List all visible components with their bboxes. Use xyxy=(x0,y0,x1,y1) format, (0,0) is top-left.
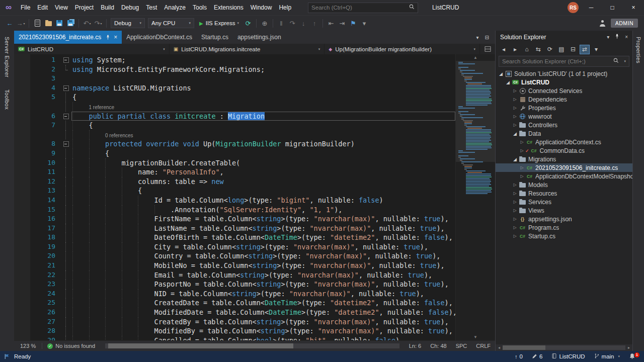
tree-item-controllers[interactable]: ▷Controllers xyxy=(496,121,632,129)
column-indicator[interactable]: Ch: 48 xyxy=(426,343,451,349)
codelens-references[interactable]: 0 references xyxy=(105,133,133,138)
collapse-all-icon[interactable]: ⊟ xyxy=(568,45,578,54)
code-editor[interactable]: 1using System;2using Microsoft.EntityFra… xyxy=(14,54,455,340)
tab-20210523091506-initcreate-cs[interactable]: 20210523091506_initcreate.cs× xyxy=(14,31,122,44)
menu-file[interactable]: File xyxy=(17,4,34,11)
tab-options-icon[interactable]: ⊟ xyxy=(485,35,489,40)
expand-icon[interactable]: ▷ xyxy=(512,88,518,93)
insert-mode-indicator[interactable]: SPC xyxy=(451,343,472,349)
expand-icon[interactable]: ▷ xyxy=(512,106,518,110)
tab-appsettings-json[interactable]: appsettings.json xyxy=(233,31,286,44)
codelens-row[interactable]: 1 reference xyxy=(14,102,455,112)
expand-icon[interactable]: ▷ xyxy=(512,114,518,119)
git-pending-edits-button[interactable]: 6 xyxy=(527,353,547,360)
expand-icon[interactable]: ▷ xyxy=(512,183,518,187)
tree-item-models[interactable]: ▷Models xyxy=(496,180,632,189)
minimap-scrollbar[interactable]: ▲ ▼ xyxy=(455,54,495,340)
code-line-10[interactable]: 10migrationBuilder.CreateTable( xyxy=(14,158,455,168)
menu-debug[interactable]: Debug xyxy=(118,4,142,11)
expand-icon[interactable]: ▷ xyxy=(512,200,518,204)
menu-tools[interactable]: Tools xyxy=(189,4,210,11)
undo-icon[interactable]: ↶▾ xyxy=(82,18,93,29)
solution-platform-dropdown[interactable]: Any CPU▾ xyxy=(148,18,194,28)
step-out-icon[interactable]: ↑ xyxy=(309,18,320,29)
document-health-indicator[interactable]: ✓ No issues found xyxy=(42,343,100,349)
zoom-level[interactable]: 123 % xyxy=(14,343,42,349)
break-all-icon[interactable]: ‖ xyxy=(276,18,287,29)
code-line-19[interactable]: 19City = table.Column<string>(type: "nva… xyxy=(14,242,455,252)
scroll-down-icon[interactable]: ▼ xyxy=(456,334,495,340)
hot-reload-icon[interactable]: ⟳ xyxy=(243,18,254,29)
minimap-body[interactable] xyxy=(456,61,495,334)
git-branch-button[interactable]: main ▾ xyxy=(590,353,624,360)
code-line-11[interactable]: 11name: "PersonalInfo", xyxy=(14,167,455,177)
collapse-icon[interactable]: ◢ xyxy=(505,80,511,85)
attach-to-process-icon[interactable]: ⊕ xyxy=(259,18,270,29)
code-line-21[interactable]: 21MobileNo = table.Column<string>(type: … xyxy=(14,261,455,270)
tree-item-applicationdbcontextmodelsnapshot-cs[interactable]: ▷C#ApplicationDbContextModelSnapshot.cs xyxy=(496,172,632,180)
scrollbar-thumb[interactable] xyxy=(503,345,545,350)
menu-analyze[interactable]: Analyze xyxy=(160,4,189,11)
notifications-bell-button[interactable]: 1 xyxy=(624,353,640,360)
code-line-2[interactable]: 2using Microsoft.EntityFrameworkCore.Mig… xyxy=(14,65,455,74)
tree-item-program-cs[interactable]: ▷C#Program.cs xyxy=(496,223,632,232)
line-ending-indicator[interactable]: CRLF xyxy=(471,343,495,349)
decrease-indent-icon[interactable]: ⇤ xyxy=(326,18,337,29)
breadcrumb-listcrud-migrations-initcreate[interactable]: ▣ListCRUD.Migrations.initcreate▾ xyxy=(170,44,325,54)
collapse-icon[interactable]: ◢ xyxy=(498,71,504,76)
forward-icon[interactable]: ▸ xyxy=(510,45,520,54)
code-line-6[interactable]: 6public partial class initcreate : Migra… xyxy=(14,112,455,121)
tree-item-wwwroot[interactable]: ▷wwwroot xyxy=(496,112,632,121)
toggle-bookmark-icon[interactable]: ⚑ xyxy=(348,18,359,29)
solution-explorer-search-input[interactable]: Search Solution Explorer (Ctrl+;) ▾ xyxy=(499,56,629,67)
tree-item-properties[interactable]: ▷Properties xyxy=(496,104,632,112)
expand-icon[interactable]: ▷ xyxy=(512,123,518,127)
user-avatar[interactable]: RS xyxy=(568,2,579,13)
menu-edit[interactable]: Edit xyxy=(34,4,51,11)
git-outgoing-commits-button[interactable]: ↑ 0 xyxy=(510,353,527,359)
line-indicator[interactable]: Ln: 6 xyxy=(405,343,426,349)
send-feedback-icon[interactable] xyxy=(599,20,606,27)
split-editor-icon[interactable] xyxy=(480,44,495,54)
code-line-16[interactable]: 16FirstName = table.Column<string>(type:… xyxy=(14,214,455,224)
open-file-icon[interactable] xyxy=(43,18,54,29)
expand-icon[interactable]: ▷ xyxy=(512,208,518,213)
redo-icon[interactable]: ↷▾ xyxy=(93,18,104,29)
switch-views-icon[interactable]: ⇆ xyxy=(533,45,543,54)
save-all-icon[interactable] xyxy=(65,18,76,29)
code-line-1[interactable]: 1using System; xyxy=(14,55,455,65)
code-line-25[interactable]: 25CreatedDate = table.Column<DateTime>(t… xyxy=(14,298,455,308)
fold-toggle-icon[interactable] xyxy=(61,112,71,121)
step-into-icon[interactable]: ↓ xyxy=(298,18,309,29)
panel-tab-properties[interactable]: Properties xyxy=(635,37,641,63)
solution-explorer-horizontal-scrollbar[interactable]: ◂ ▸ xyxy=(496,344,632,351)
code-line-27[interactable]: 27CreatedBy = table.Column<string>(type:… xyxy=(14,317,455,327)
fold-toggle-icon[interactable] xyxy=(61,139,71,149)
window-minimize-button[interactable]: ─ xyxy=(581,0,602,15)
code-line-3[interactable]: 3 xyxy=(14,74,455,83)
codelens-row[interactable]: 0 references xyxy=(14,130,455,140)
menu-build[interactable]: Build xyxy=(97,4,118,11)
background-tasks-icon[interactable] xyxy=(4,353,10,359)
expand-icon[interactable]: ▷ xyxy=(512,97,518,102)
admin-button[interactable]: ADMIN xyxy=(611,19,638,28)
tree-item-appsettings-json[interactable]: ▷{}appsettings.json xyxy=(496,215,632,223)
home-icon[interactable]: ⌂ xyxy=(522,45,532,54)
window-position-icon[interactable]: ▾ xyxy=(607,34,609,40)
close-panel-icon[interactable]: × xyxy=(625,34,628,40)
horizontal-scrollbar-thumb[interactable] xyxy=(108,343,293,348)
code-line-24[interactable]: 24NID = table.Column<string>(type: "nvar… xyxy=(14,289,455,299)
pin-tab-icon[interactable] xyxy=(105,35,111,40)
collapse-icon[interactable]: ◢ xyxy=(512,157,518,162)
code-line-17[interactable]: 17LastName = table.Column<string>(type: … xyxy=(14,224,455,233)
window-close-button[interactable]: × xyxy=(623,0,644,15)
expand-icon[interactable]: ▷ xyxy=(519,140,525,144)
code-line-22[interactable]: 22Email = table.Column<string>(type: "nv… xyxy=(14,270,455,280)
menu-extensions[interactable]: Extensions xyxy=(210,4,247,11)
code-line-28[interactable]: 28ModifiedBy = table.Column<string>(type… xyxy=(14,326,455,336)
scrollbar-track[interactable] xyxy=(503,345,625,350)
pin-panel-icon[interactable] xyxy=(614,34,620,40)
tree-item-dependencies[interactable]: ▷Dependencies xyxy=(496,95,632,104)
expand-icon[interactable]: ▷ xyxy=(519,148,525,153)
expand-icon[interactable]: ▷ xyxy=(519,165,525,170)
